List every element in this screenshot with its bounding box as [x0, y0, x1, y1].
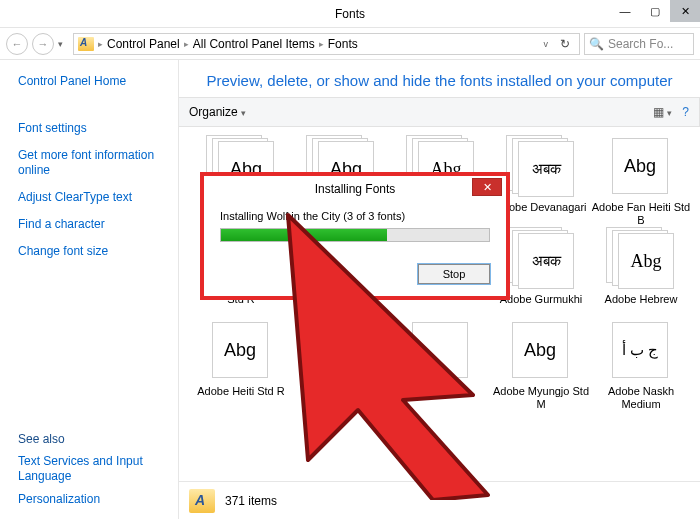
refresh-button[interactable]: ↻	[555, 37, 575, 51]
organize-menu[interactable]: Organize ▾	[189, 105, 246, 119]
dialog-message: Installing Wolf in the City (3 of 3 font…	[220, 210, 490, 222]
font-name: Adobe Gurmukhi	[500, 293, 583, 319]
item-count: 371 items	[225, 494, 277, 508]
font-name: Adobe Naskh Medium	[591, 385, 691, 411]
font-tile[interactable]: ﺝ ﺏ ﺃ Adobe Naskh Medium	[591, 319, 691, 411]
font-tile[interactable]: Abg Adobe Ka	[291, 319, 391, 411]
font-tile[interactable]: Std M	[391, 319, 491, 411]
view-options-button[interactable]: ▦ ▾	[653, 105, 672, 119]
installing-fonts-dialog: Installing Fonts ✕ Installing Wolf in th…	[200, 172, 510, 300]
dialog-title: Installing Fonts	[204, 182, 506, 196]
font-tile[interactable]: Abg Adobe Hebrew	[591, 227, 691, 319]
sidebar-link-more-info[interactable]: Get more font information online	[18, 148, 170, 178]
page-heading: Preview, delete, or show and hide the fo…	[179, 60, 700, 97]
chevron-right-icon: ▸	[319, 39, 324, 49]
search-placeholder: Search Fo...	[608, 37, 673, 51]
sidebar-link-find-char[interactable]: Find a character	[18, 217, 170, 232]
sidebar: Control Panel Home Font settings Get mor…	[0, 60, 178, 519]
stop-button[interactable]: Stop	[418, 264, 490, 284]
folder-icon	[78, 37, 94, 51]
search-input[interactable]: 🔍 Search Fo...	[584, 33, 694, 55]
help-button[interactable]: ?	[682, 105, 689, 119]
sidebar-link-cleartype[interactable]: Adjust ClearType text	[18, 190, 170, 205]
toolbar: Organize ▾ ▦ ▾ ?	[179, 97, 700, 127]
window-close-button[interactable]: ✕	[670, 0, 700, 22]
font-name: Adobe Heiti Std R	[197, 385, 284, 411]
breadcrumb-item[interactable]: Fonts	[328, 37, 358, 51]
font-tile[interactable]: Abg Adobe Myungjo Std M	[491, 319, 591, 411]
sidebar-link-personalization[interactable]: Personalization	[18, 492, 170, 507]
chevron-right-icon: ▸	[184, 39, 189, 49]
recent-locations-button[interactable]: ▾	[58, 39, 63, 49]
breadcrumb-item[interactable]: Control Panel	[107, 37, 180, 51]
breadcrumb-item[interactable]: All Control Panel Items	[193, 37, 315, 51]
font-tile[interactable]: Abg Adobe Fan Heiti Std B	[591, 135, 691, 227]
folder-icon	[189, 489, 215, 513]
nav-back-button[interactable]: ←	[6, 33, 28, 55]
sidebar-link-font-settings[interactable]: Font settings	[18, 121, 170, 136]
font-name: Adobe Myungjo Std M	[491, 385, 591, 411]
window-title: Fonts	[335, 7, 365, 21]
sidebar-home-link[interactable]: Control Panel Home	[18, 74, 170, 89]
status-bar: 371 items	[179, 481, 700, 519]
minimize-button[interactable]: —	[610, 0, 640, 22]
sidebar-link-text-services[interactable]: Text Services and Input Language	[18, 454, 170, 484]
sidebar-link-font-size[interactable]: Change font size	[18, 244, 170, 259]
maximize-button[interactable]: ▢	[640, 0, 670, 22]
chevron-right-icon: ▸	[98, 39, 103, 49]
dialog-close-button[interactable]: ✕	[472, 178, 502, 196]
font-name: Std M	[427, 385, 456, 411]
nav-forward-button[interactable]: →	[32, 33, 54, 55]
font-name: Adobe Ka	[317, 385, 365, 411]
font-name: Adobe Hebrew	[605, 293, 678, 319]
font-tile[interactable]: Abg Adobe Heiti Std R	[191, 319, 291, 411]
progress-fill	[221, 229, 387, 241]
see-also-heading: See also	[18, 432, 170, 446]
address-bar[interactable]: ▸ Control Panel ▸ All Control Panel Item…	[73, 33, 580, 55]
address-dropdown-button[interactable]: v	[541, 39, 552, 49]
progress-bar	[220, 228, 490, 242]
font-name: Adobe Fan Heiti Std B	[591, 201, 691, 227]
search-icon: 🔍	[589, 37, 604, 51]
